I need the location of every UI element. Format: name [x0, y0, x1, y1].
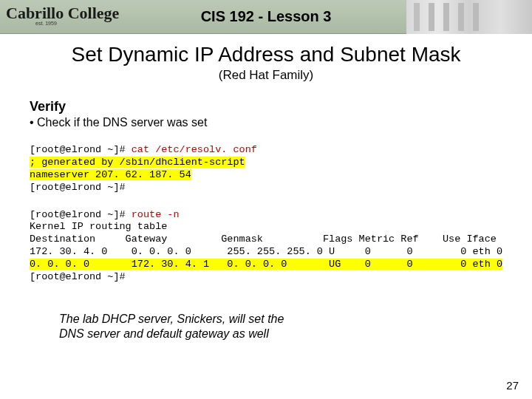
- slide-title: Set Dynamic IP Address and Subnet Mask: [0, 43, 532, 66]
- college-logo-subtext: est. 1959: [35, 21, 57, 26]
- prompt: [root@elrond ~]#: [30, 209, 132, 220]
- route-row-2-default: 0. 0. 0. 0 172. 30. 4. 1 0. 0. 0. 0 UG 0…: [30, 259, 473, 270]
- slide-header: Cabrillo College est. 1959 CIS 192 - Les…: [0, 0, 532, 34]
- terminal-block-2: [root@elrond ~]# route -n Kernel IP rout…: [30, 209, 532, 284]
- slide-subtitle: (Red Hat Family): [0, 68, 532, 83]
- prompt: [root@elrond ~]#: [30, 271, 126, 282]
- note-line-2: DNS server and default gateway as well: [59, 327, 269, 340]
- footer-note: The lab DHCP server, Snickers, will set …: [59, 312, 532, 341]
- command-cat-resolv: cat /etc/resolv. conf: [132, 144, 257, 155]
- terminal-block-1: [root@elrond ~]# cat /etc/resolv. conf ;…: [30, 144, 532, 194]
- route-kernel-line: Kernel IP routing table: [30, 221, 167, 232]
- verify-bullet: • Check if the DNS server was set: [30, 116, 532, 129]
- resolv-generated-line: ; generated by /sbin/dhclient-script: [30, 157, 245, 168]
- route-row-2-iface: eth 0: [473, 259, 503, 270]
- page-number: 27: [506, 379, 519, 392]
- note-line-1: The lab DHCP server, Snickers, will set …: [59, 313, 284, 325]
- verify-heading: Verify: [30, 99, 532, 115]
- command-route-n: route -n: [132, 209, 180, 220]
- route-header-row: Destination Gateway Genmask Flags Metric…: [30, 233, 497, 245]
- prompt: [root@elrond ~]#: [30, 144, 132, 155]
- prompt: [root@elrond ~]#: [30, 182, 126, 193]
- header-photo: [406, 0, 532, 34]
- header-title: CIS 192 - Lesson 3: [201, 8, 332, 25]
- resolv-nameserver-line: nameserver 207. 62. 187. 54: [30, 169, 191, 180]
- route-row-1: 172. 30. 4. 0 0. 0. 0. 0 255. 255. 255. …: [30, 246, 502, 257]
- college-logo-text: Cabrillo College: [6, 4, 119, 23]
